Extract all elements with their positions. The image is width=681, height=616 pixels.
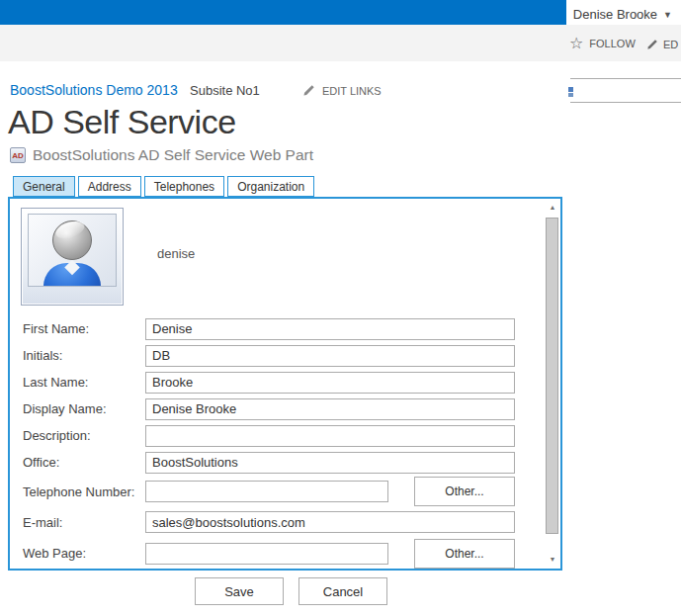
description-input[interactable]	[145, 425, 515, 447]
telephone-input[interactable]	[145, 481, 388, 502]
page-title: AD Self Service	[8, 103, 236, 141]
tab-general[interactable]: General	[13, 176, 75, 197]
avatar	[21, 208, 124, 306]
search-box-artifact	[568, 87, 573, 97]
pencil-icon	[302, 84, 315, 97]
display-name-input[interactable]	[145, 398, 515, 420]
field-label: E-mail:	[10, 515, 145, 530]
edit-label: ED	[663, 39, 678, 50]
form-row: E-mail:	[10, 507, 560, 537]
email-input[interactable]	[145, 511, 515, 533]
site-link[interactable]: BoostSolutions Demo 2013	[10, 82, 178, 98]
scroll-thumb[interactable]	[546, 218, 558, 534]
scrollbar[interactable]: ▲ ▼	[545, 199, 560, 569]
field-label: Display Name:	[10, 401, 145, 416]
profile-panel: denise First Name: Initials: Last Name: …	[8, 197, 562, 571]
last-name-input[interactable]	[145, 372, 515, 394]
cancel-button[interactable]: Cancel	[298, 577, 387, 605]
form-row: Initials:	[10, 342, 560, 369]
form-row: Last Name:	[10, 369, 560, 396]
user-menu[interactable]: Denise Brooke ▼	[566, 0, 681, 28]
suite-bar	[0, 0, 566, 25]
initials-input[interactable]	[145, 345, 515, 367]
scroll-up-button[interactable]: ▲	[545, 200, 560, 216]
field-label: Telephone Number:	[10, 484, 145, 499]
first-name-input[interactable]	[145, 318, 515, 340]
star-icon: ☆	[569, 37, 583, 50]
user-photo	[28, 214, 117, 287]
tab-organization[interactable]: Organization	[227, 176, 314, 197]
chevron-down-icon: ▼	[663, 8, 672, 20]
user-name: Denise Brooke	[573, 7, 657, 22]
telephone-other-button[interactable]: Other...	[414, 477, 515, 506]
action-buttons: Save Cancel	[195, 577, 387, 605]
webpage-other-button[interactable]: Other...	[414, 539, 515, 569]
account-name: denise	[157, 246, 195, 261]
form-rows: First Name: Initials: Last Name: Display…	[10, 315, 560, 570]
form-row: Description:	[10, 422, 560, 449]
form-row: Telephone Number: Other...	[10, 476, 560, 507]
form-row: Display Name:	[10, 396, 560, 422]
webpage-input[interactable]	[145, 543, 388, 565]
tab-strip: General Address Telephones Organization	[13, 176, 314, 197]
field-label: Office:	[10, 455, 145, 470]
field-label: Initials:	[10, 348, 145, 363]
webpart-header: AD BoostSolutions AD Self Service Web Pa…	[10, 146, 313, 164]
field-label: Web Page:	[10, 546, 145, 561]
webpart-title: BoostSolutions AD Self Service Web Part	[33, 146, 313, 164]
field-label: Last Name:	[10, 375, 145, 390]
form-row: First Name:	[10, 315, 560, 342]
field-label: Description:	[10, 428, 145, 443]
tab-telephones[interactable]: Telephones	[144, 176, 224, 197]
edit-page-button[interactable]: ED	[646, 39, 678, 50]
follow-label: FOLLOW	[589, 38, 635, 49]
office-input[interactable]	[145, 452, 515, 474]
form-row: Web Page: Other...	[10, 537, 560, 570]
search-input[interactable]	[570, 78, 681, 103]
edit-links-label: EDIT LINKS	[322, 85, 382, 97]
webpart-icon: AD	[10, 147, 26, 163]
scroll-down-button[interactable]: ▼	[545, 552, 560, 568]
edit-links-button[interactable]: EDIT LINKS	[302, 84, 382, 97]
pencil-icon	[646, 39, 658, 50]
form-row: Office:	[10, 449, 560, 476]
follow-button[interactable]: ☆ FOLLOW	[569, 37, 636, 50]
subsite-link[interactable]: Subsite No1	[190, 83, 260, 98]
tab-address[interactable]: Address	[78, 176, 141, 197]
field-label: First Name:	[10, 321, 145, 336]
save-button[interactable]: Save	[195, 577, 284, 605]
avatar-head	[52, 220, 92, 260]
